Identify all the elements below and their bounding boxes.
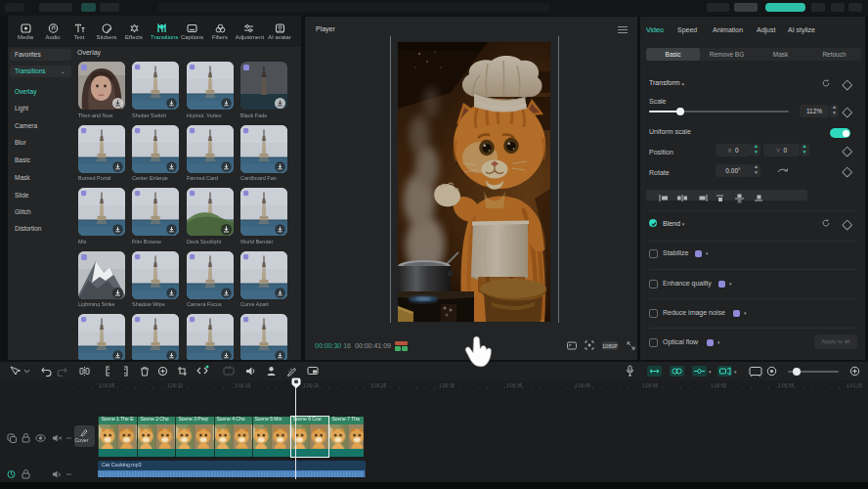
svg-text:1080P: 1080P [602, 343, 618, 349]
